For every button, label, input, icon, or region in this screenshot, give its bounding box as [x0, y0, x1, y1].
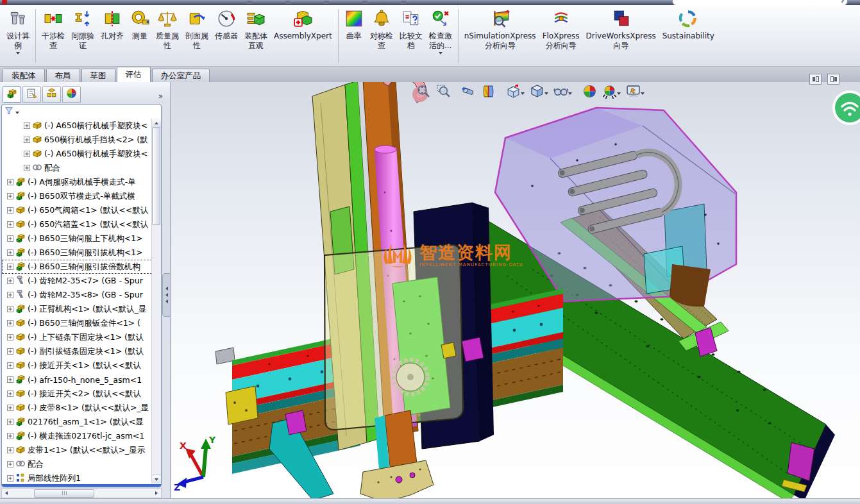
tree-item[interactable]: (-) 上下链条下固定块<1> (默认	[2, 330, 152, 344]
tree-item[interactable]: 02176tl_asm_1<1> (默认<显	[2, 415, 152, 429]
tree-item[interactable]: (-) 650气阀箱<1> (默认<<默认	[2, 203, 152, 217]
tab-评估[interactable]: 评估	[117, 67, 151, 82]
hud-display-style[interactable]	[527, 83, 551, 102]
viewport-canvas[interactable]: X Y Z	[171, 82, 860, 499]
tab-办公室产品[interactable]: 办公室产品	[152, 69, 210, 82]
expand-icon[interactable]	[7, 333, 15, 342]
quickbar-icon[interactable]	[362, 1, 367, 4]
expand-icon[interactable]	[7, 417, 15, 427]
ribbon-button-interference-check[interactable]: 干涉检查	[38, 7, 68, 65]
tree-item[interactable]: 配合	[2, 161, 152, 175]
scroll-left-button[interactable]	[2, 491, 11, 495]
rollback-bar[interactable]	[2, 484, 161, 487]
tree-item[interactable]: (-) 齿轮M2-35<8> (GB - Spur	[2, 288, 152, 302]
expand-icon[interactable]	[7, 432, 15, 441]
tree-vertical-scrollbar[interactable]	[151, 119, 161, 483]
ribbon-button-driveworksxpress[interactable]: DriveWorksXpress向导	[583, 7, 659, 65]
manager-tab-property-manager[interactable]	[22, 86, 41, 103]
tree-item[interactable]: (-) 正臂机构<1> (默认<默认_显	[2, 302, 152, 316]
expand-icon[interactable]	[7, 276, 15, 286]
ribbon-button-assemblyxpert[interactable]: AssemblyXpert	[271, 7, 335, 65]
expand-icon[interactable]	[7, 361, 15, 371]
expand-icon[interactable]	[7, 474, 15, 483]
ribbon-button-sensor[interactable]: 传感器	[212, 7, 241, 65]
filter-caret-icon[interactable]	[15, 112, 19, 114]
expand-icon[interactable]	[7, 192, 15, 201]
tree-item[interactable]: 650横行机械手挡块<2> (默	[2, 133, 152, 147]
scroll-right-button[interactable]	[152, 491, 161, 495]
hud-previous-view[interactable]	[459, 83, 478, 102]
tree-item[interactable]: (-) B650三轴伺服上下机构<1>	[2, 231, 152, 246]
expand-icon[interactable]	[7, 248, 15, 258]
tree-item[interactable]: (-) A650横行机械手塑胶块<	[2, 147, 152, 161]
tree-item[interactable]: 配合	[2, 457, 152, 471]
ribbon-button-compare-docs[interactable]: 比较文档	[396, 7, 426, 65]
dropdown-caret-icon[interactable]	[617, 92, 621, 95]
collapse-panel-right-button[interactable]	[827, 74, 839, 85]
ribbon-button-mass-properties[interactable]: 质量属性	[153, 7, 182, 65]
expand-icon[interactable]	[7, 403, 15, 413]
tree-item[interactable]: (-) 横走拖连02176tl-jc_asm<1	[2, 429, 152, 443]
expand-icon[interactable]	[7, 262, 15, 272]
tab-布局[interactable]: 布局	[46, 69, 80, 82]
tab-草图[interactable]: 草图	[81, 69, 115, 82]
ribbon-button-sustainability[interactable]: Sustainability	[659, 7, 718, 65]
panel-splitter[interactable]	[162, 82, 170, 499]
hud-view-settings[interactable]	[623, 83, 647, 102]
tree-item[interactable]: 皮带1<1> (默认<<默认>_显示	[2, 443, 152, 457]
ribbon-button-curvature[interactable]: 曲率	[341, 7, 367, 65]
tree-item[interactable]: (-) B650双节横走式-单截式横	[2, 189, 152, 203]
expand-icon[interactable]	[7, 375, 15, 385]
horizontal-scroll-thumb[interactable]	[34, 489, 94, 498]
expand-icon[interactable]	[7, 446, 15, 455]
tree-item[interactable]: (-) 接近开关<2> (默认<<默认	[2, 387, 152, 401]
dropdown-caret-icon[interactable]	[16, 52, 20, 55]
expand-icon[interactable]	[24, 121, 32, 131]
tree-item[interactable]: (-) 接近开关<1> (默认<<默认	[2, 358, 152, 373]
hud-zoom-fit[interactable]	[414, 83, 434, 102]
dropdown-caret-icon[interactable]	[439, 52, 443, 55]
hud-edit-appearance[interactable]	[580, 83, 600, 102]
tree-item[interactable]: (-) 650汽箱盖<1> (默认<<默认	[2, 217, 152, 231]
ribbon-button-measure[interactable]: 测量	[127, 7, 153, 65]
ribbon-button-check-active[interactable]: 检查激活的...	[426, 7, 455, 65]
expand-icon[interactable]	[7, 234, 15, 244]
quickbar-icon[interactable]	[324, 1, 329, 4]
tree-horizontal-scrollbar[interactable]	[1, 488, 162, 498]
hud-hide-show-items[interactable]	[551, 83, 575, 102]
tree-item[interactable]: (-) afr-150-h_none_5_asm<1	[2, 373, 152, 387]
ribbon-button-floxpress[interactable]: FloXpress分析向导	[539, 7, 583, 65]
scroll-down-button[interactable]	[152, 475, 161, 483]
vertical-scroll-thumb[interactable]	[152, 128, 160, 225]
viewport[interactable]: X Y Z 智造资料网 INTELLIGENT MANUFAC	[171, 82, 860, 499]
expand-icon[interactable]	[24, 149, 32, 159]
manager-tab-feature-manager[interactable]	[3, 86, 21, 103]
dropdown-caret-icon[interactable]	[544, 92, 548, 95]
collapse-panel-left-button[interactable]	[809, 74, 822, 85]
expand-icon[interactable]	[7, 460, 15, 469]
tree-item[interactable]: (-) 齿轮M2-35<7> (GB - Spur	[2, 274, 152, 288]
wifi-badge[interactable]	[830, 90, 860, 126]
expand-icon[interactable]	[7, 389, 15, 399]
ribbon-button-hole-align[interactable]: 孔对齐	[97, 7, 127, 65]
expand-icon[interactable]	[7, 305, 15, 314]
tree-item[interactable]: (-) A650横行机械手塑胶块<	[2, 119, 152, 133]
expand-icon[interactable]	[7, 178, 15, 187]
tab-装配体[interactable]: 装配体	[3, 69, 45, 82]
tree-item[interactable]: (-) 副引拔链条固定块<1> (默认	[2, 344, 152, 358]
tree-item[interactable]: (-) B650三轴伺服引拔机构<1>	[2, 246, 152, 260]
tree-item[interactable]: (-) A伺服驱动机械手横走式-单	[2, 175, 152, 189]
manager-tab-configuration-manager[interactable]	[42, 86, 61, 103]
ribbon-button-design-study[interactable]: 设计算例	[3, 7, 33, 65]
hud-apply-scene[interactable]	[600, 83, 623, 102]
expand-icon[interactable]	[7, 206, 15, 215]
ribbon-button-assembly-visualize[interactable]: 装配体直观	[241, 7, 271, 65]
dropdown-caret-icon[interactable]	[641, 92, 645, 95]
filter-icon[interactable]	[4, 106, 13, 118]
manager-tab-display-manager[interactable]	[62, 86, 81, 103]
quickbar-icon[interactable]	[285, 1, 291, 4]
ribbon-button-section-properties[interactable]: 剖面属性	[182, 7, 212, 65]
expand-icon[interactable]	[7, 347, 15, 357]
expand-icon[interactable]	[7, 290, 15, 300]
dropdown-caret-icon[interactable]	[568, 92, 572, 95]
